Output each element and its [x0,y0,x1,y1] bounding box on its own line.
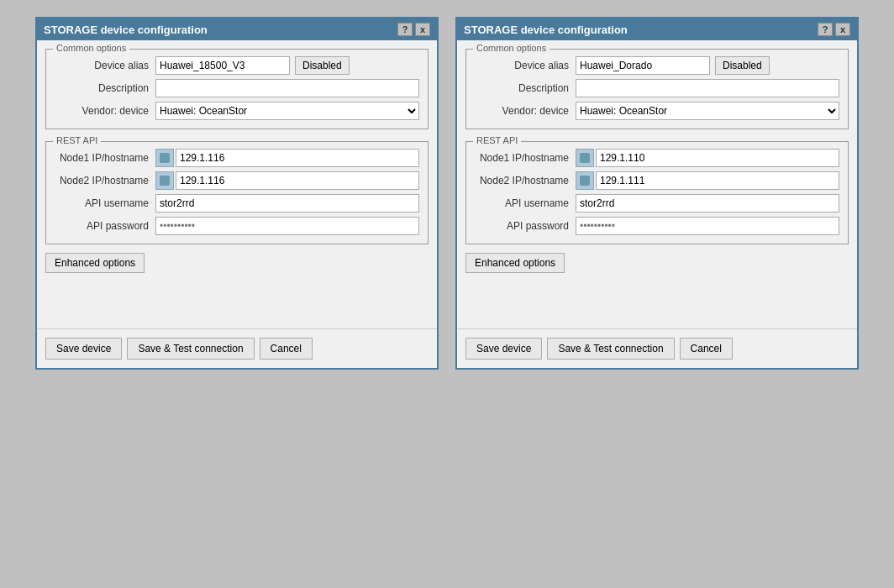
dialog-1-node2-row: Node2 IP/hostname [55,171,419,190]
dialog-2-body: Common options Device alias Disabled Des… [457,40,857,328]
dialog-1-api-pass-label: API password [55,220,155,232]
dialog-2-titlebar: STORAGE device configuration ? x [457,18,857,40]
dialog-2-api-user-input[interactable] [576,194,839,213]
dialog-1-api-pass-input[interactable] [155,217,419,235]
dialog-1-device-alias-controls: Disabled [155,56,350,75]
dialog-1-device-alias-row: Device alias Disabled [55,56,419,75]
dialog-2-disabled-button[interactable]: Disabled [715,56,770,75]
dialog-2-api-pass-input[interactable] [576,217,839,235]
dialog-1-device-alias-label: Device alias [55,60,155,71]
dialog-2-vendor-select[interactable]: Huawei: OceanStor [576,102,839,120]
dialog-2-vendor-label: Vendor: device [475,105,576,117]
dialog-1-api-user-input[interactable] [155,194,419,213]
dialog-1-enhanced-button[interactable]: Enhanced options [45,253,145,273]
dialog-2-description-input[interactable] [576,79,839,97]
dialog-2-save-button[interactable]: Save device [465,338,542,360]
dialog-2-description-row: Description [475,79,839,97]
dialog-2-device-alias-controls: Disabled [576,56,770,75]
dialog-1-help-button[interactable]: ? [397,23,413,36]
dialog-1-cancel-button[interactable]: Cancel [260,338,313,360]
dialog-1-titlebar: STORAGE device configuration ? x [37,18,437,40]
dialog-2-close-button[interactable]: x [835,23,850,36]
dialog-1-description-label: Description [55,82,155,94]
storage-dialog-2: STORAGE device configuration ? x Common … [455,17,859,370]
dialog-1-disabled-button[interactable]: Disabled [295,56,350,75]
dialog-1-description-row: Description [55,79,419,97]
dialog-1-title: STORAGE device configuration [44,24,208,36]
dialog-2-node2-label: Node2 IP/hostname [475,175,576,186]
dialog-2-device-alias-label: Device alias [475,60,576,71]
dialog-1-device-alias-input[interactable] [155,56,290,75]
dialog-2-node2-ip-icon [576,171,594,190]
dialog-2-common-options: Common options Device alias Disabled Des… [465,49,849,129]
dialog-1-title-buttons: ? x [397,23,430,36]
dialog-1-vendor-select[interactable]: Huawei: OceanStor [155,102,419,120]
dialog-2-save-test-button[interactable]: Save & Test connection [547,338,674,360]
dialog-1-node1-row: Node1 IP/hostname [55,149,419,167]
dialog-2-api-user-row: API username [475,194,839,213]
dialog-2-api-user-label: API username [475,197,576,209]
dialog-2-rest-api-legend: REST API [473,135,521,145]
dialog-2-node2-input[interactable] [596,171,839,190]
dialog-2-node2-row: Node2 IP/hostname [475,171,839,190]
dialog-1-node2-ip-icon [155,171,174,190]
dialog-2-api-pass-label: API password [475,220,576,232]
dialog-1-body: Common options Device alias Disabled Des… [37,40,437,328]
storage-dialog-1: STORAGE device configuration ? x Common … [35,17,439,370]
dialog-1-node2-label: Node2 IP/hostname [55,175,155,186]
dialog-2-help-button[interactable]: ? [818,23,833,36]
dialog-1-save-test-button[interactable]: Save & Test connection [127,338,254,360]
dialog-1-vendor-row: Vendor: device Huawei: OceanStor [55,102,419,120]
dialog-2-node1-label: Node1 IP/hostname [475,152,576,164]
dialog-2-device-alias-input[interactable] [576,56,710,75]
dialog-1-common-legend: Common options [53,43,129,53]
dialog-2-node1-row: Node1 IP/hostname [475,149,839,167]
dialog-1-common-options: Common options Device alias Disabled Des… [45,49,429,129]
dialog-1-node2-ip-wrapper [155,171,419,190]
dialog-1-api-user-label: API username [55,197,155,209]
dialog-1-api-user-row: API username [55,194,419,213]
dialog-2-cancel-button[interactable]: Cancel [680,338,733,360]
dialog-2-vendor-row: Vendor: device Huawei: OceanStor [475,102,839,120]
dialog-2-description-label: Description [475,82,576,94]
dialog-2-node2-ip-wrapper [576,171,839,190]
dialog-1-node1-label: Node1 IP/hostname [55,152,155,164]
dialog-1-node1-input[interactable] [176,149,419,167]
dialog-2-node1-ip-icon [576,149,594,167]
dialog-1-save-button[interactable]: Save device [45,338,122,360]
dialog-1-close-button[interactable]: x [415,23,430,36]
dialog-1-node1-ip-icon [155,149,174,167]
dialog-2-node1-ip-wrapper [576,149,839,167]
dialog-2-rest-api: REST API Node1 IP/hostname Node2 IP/host… [465,141,849,244]
dialog-1-vendor-label: Vendor: device [55,105,155,117]
dialog-2-api-pass-row: API password [475,217,839,235]
dialog-2-common-legend: Common options [473,43,550,53]
dialog-2-title-buttons: ? x [818,23,850,36]
dialog-2-device-alias-row: Device alias Disabled [475,56,839,75]
dialog-1-api-pass-row: API password [55,217,419,235]
dialog-1-rest-api: REST API Node1 IP/hostname Node2 IP/host… [45,141,429,244]
dialog-1-node1-ip-wrapper [155,149,419,167]
dialog-2-enhanced-button[interactable]: Enhanced options [465,253,565,273]
dialog-1-rest-api-legend: REST API [53,135,101,145]
dialog-1-description-input[interactable] [155,79,419,97]
dialog-2-node1-input[interactable] [596,149,839,167]
dialog-1-node2-input[interactable] [176,171,419,190]
dialog-2-footer: Save device Save & Test connection Cance… [457,328,857,368]
dialog-1-footer: Save device Save & Test connection Cance… [37,328,437,368]
dialog-2-title: STORAGE device configuration [464,24,628,36]
